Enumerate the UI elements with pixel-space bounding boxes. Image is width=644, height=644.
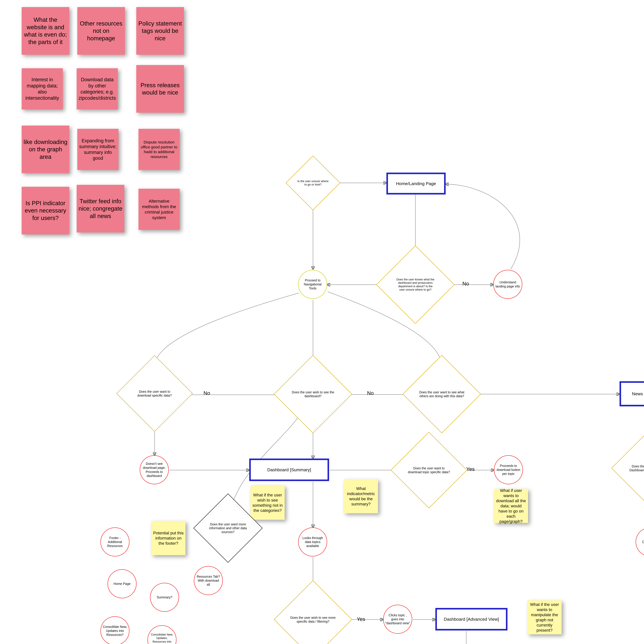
diamond-dl-topic: Does the user want to download topic spe… (402, 443, 456, 497)
diamond-knows: Does the user knows what the dashboard a… (388, 257, 443, 312)
sticky-pink: Interest in mapping data; also intersect… (22, 68, 63, 109)
sticky-pink: Download data by other categories; e.g. … (77, 68, 118, 109)
circle-filter-dash: Filter for Dashboard Updates (636, 527, 644, 556)
circle-resources-tab: Resources Tab? With download all (194, 566, 223, 595)
circle-look-topics: Looks through data topics available (298, 527, 327, 556)
circle-nav-tools: Proceed to Navigational Tools (298, 270, 327, 299)
circle-clicks-topic: Clicks topic , goes into "dashboard view… (383, 605, 412, 634)
circle-footer-resources: Footer - Additional Resources (100, 527, 129, 556)
sticky-yellow: Potential put this information on the fo… (151, 521, 185, 555)
circle-dl-per-topic: Proceeds to download button per topic (494, 455, 523, 484)
sticky-yellow: What if the user wish to see something n… (251, 486, 285, 520)
sticky-pink: Twitter feed info nice; congregate all n… (77, 185, 124, 232)
circle-landing-info: Understand landing page info (493, 270, 522, 299)
diamond-more-info: Does the user want more information and … (204, 504, 252, 553)
circle-consol-new: Consolifate New, Updates into Resources? (100, 616, 129, 644)
diamond-unsure: Is the user unsure where to go or look? (294, 164, 332, 202)
edge-label-no: No (367, 390, 374, 396)
sticky-pink: Alternative methods from the criminal ju… (138, 189, 180, 230)
sticky-pink: Expanding from summary intuitive; summar… (77, 129, 118, 170)
sticky-yellow: What if the user wants to manipulate the… (527, 600, 562, 634)
rect-dashboard-advanced: Dashboard [Advanced View] (435, 608, 507, 630)
sticky-pink: Dispute resolution office good partner t… (138, 129, 180, 170)
sticky-pink: Policy statement tags would be nice (136, 7, 184, 55)
sticky-pink: like downloading on the graph area (22, 126, 69, 173)
diamond-dl-specific: Does the user want to download specific … (128, 366, 182, 421)
sticky-pink: Is PPI indicator even necessary for user… (22, 187, 69, 234)
edge-label-no: No (204, 390, 210, 396)
sticky-yellow: What indicator/metric would be the summa… (344, 479, 378, 513)
rect-news: News and Updates (620, 381, 644, 406)
circle-home-page: Home Page (108, 569, 137, 598)
diamond-dash-updates: Does the user want to see Dashboard spec… (623, 440, 644, 496)
diamond-wish-dashboard: Does the user wish to see the dashboard? (285, 366, 341, 422)
sticky-pink: Other resources not on homepage (77, 7, 125, 55)
sticky-pink: Press releases would be nice (136, 65, 184, 113)
edge-label-yes: Yes (357, 616, 365, 622)
edge-label-yes: Yes (466, 466, 475, 472)
circle-summary-q: Summary? (150, 583, 179, 612)
diamond-see-others: Does the user want to see what others ar… (414, 366, 469, 422)
diamond-more-specific: Does the user wish to see more specific … (285, 592, 341, 644)
rect-dashboard-summary: Dashboard [Summary] (249, 459, 329, 481)
circle-no-dl-page: Doesn't see download page. Proceeds to d… (140, 455, 169, 484)
sticky-yellow: What if user wants to download all the d… (494, 489, 528, 523)
edge-label-no: No (462, 281, 469, 287)
flowchart-canvas: What the website is and what is even do;… (0, 0, 644, 644)
sticky-pink: What the website is and what is even do;… (22, 7, 69, 55)
rect-home: Home/Landing Page (386, 173, 446, 194)
circle-consol-comm: Consolidate New, Updates, Resources into… (147, 625, 176, 644)
